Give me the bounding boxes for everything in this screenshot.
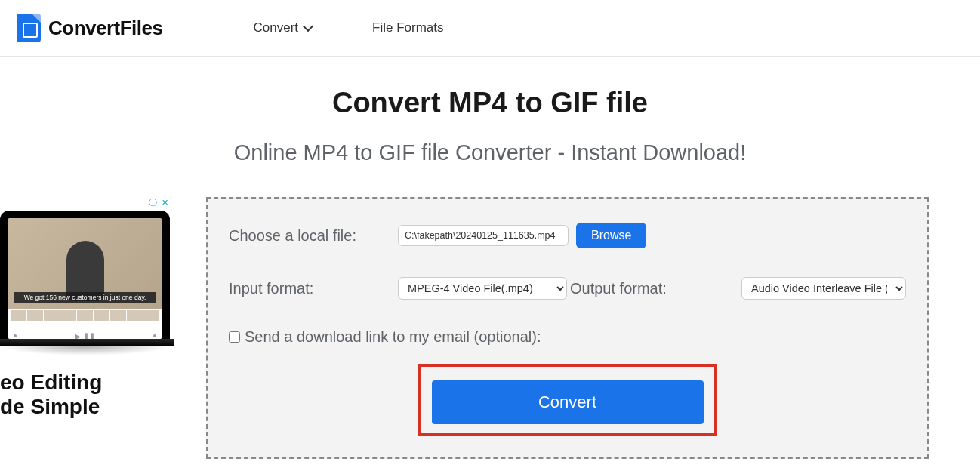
ad-headline-line1: eo Editing (0, 371, 170, 395)
ad-play-icon: ▶ ❚❚ (75, 332, 95, 340)
page-subtitle: Online MP4 to GIF file Converter - Insta… (0, 140, 980, 165)
nav: Convert File Formats (254, 20, 444, 35)
ad-player-controls: ▶ ❚❚ (8, 321, 162, 339)
chevron-down-icon (303, 21, 313, 32)
nav-convert-label: Convert (254, 20, 299, 35)
ad-laptop-shadow (0, 346, 170, 356)
nav-formats-label: File Formats (372, 20, 443, 35)
choose-file-label: Choose a local file: (229, 227, 398, 245)
content-row: ⓘ ✕ We got 156 new customers in just one… (0, 197, 980, 459)
output-format-select[interactable]: Audio Video Interleave File ( (741, 277, 906, 300)
email-row: Send a download link to my email (option… (229, 328, 906, 346)
header: ConvertFiles Convert File Formats (0, 0, 980, 57)
convert-highlight-box: Convert (418, 364, 717, 436)
input-format-select[interactable]: MPEG-4 Video File(.mp4) (398, 277, 567, 300)
ad-close-icon[interactable]: ✕ (159, 197, 170, 208)
ad-laptop-frame: We got 156 new customers in just one day… (0, 211, 170, 339)
page-title: Convert MP4 to GIF file (0, 87, 980, 119)
output-format-label: Output format: (570, 280, 667, 297)
ad-headline-line2: de Simple (0, 395, 170, 419)
input-format-label: Input format: (229, 280, 398, 297)
browse-button[interactable]: Browse (576, 223, 646, 248)
ad-caption: We got 156 new customers in just one day… (14, 292, 156, 303)
ad-laptop-screen: We got 156 new customers in just one day… (8, 218, 162, 339)
email-checkbox-label: Send a download link to my email (option… (245, 328, 541, 346)
ad-thumbnail-strip (8, 309, 162, 321)
nav-file-formats[interactable]: File Formats (372, 20, 443, 35)
nav-convert[interactable]: Convert (254, 20, 313, 35)
format-row: Input format: MPEG-4 Video File(.mp4) Ou… (229, 277, 906, 300)
logo-text: ConvertFiles (48, 17, 163, 40)
ad-info-icon[interactable]: ⓘ (147, 197, 158, 208)
advertisement: ⓘ ✕ We got 156 new customers in just one… (0, 197, 170, 419)
convert-button[interactable]: Convert (432, 380, 704, 424)
ad-video-thumbnail: We got 156 new customers in just one day… (8, 218, 162, 309)
file-row: Choose a local file: Browse (229, 223, 906, 248)
logo-icon (17, 14, 41, 42)
ad-laptop-base (0, 339, 174, 346)
ad-headline[interactable]: eo Editing de Simple (0, 356, 170, 419)
file-path-input[interactable] (398, 225, 569, 246)
logo[interactable]: ConvertFiles (17, 14, 163, 42)
convert-wrap: Convert (229, 364, 906, 436)
email-checkbox[interactable] (229, 331, 240, 343)
conversion-form: Choose a local file: Browse Input format… (206, 197, 929, 459)
main: Convert MP4 to GIF file Online MP4 to GI… (0, 57, 980, 459)
